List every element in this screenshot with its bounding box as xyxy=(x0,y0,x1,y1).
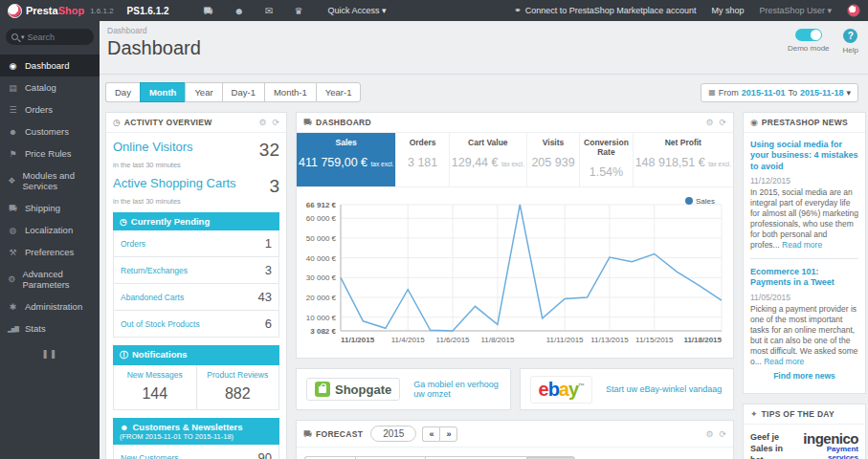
svg-text:66 912 €: 66 912 € xyxy=(306,201,337,209)
read-more-link[interactable]: Read more xyxy=(782,240,822,250)
gear-icon[interactable]: ⚙ xyxy=(705,118,713,127)
shop-tag: PS1.6.1.2 xyxy=(127,6,169,16)
forecast-panel: ⛟ FORECAST 2015 « » ⚙⟳ Traffic Conversi xyxy=(296,420,734,459)
topbar: PrestaShop 1.6.1.2 PS1.6.1.2 ⛟ ☻ ✉ ♛ Qui… xyxy=(0,0,868,21)
filter-day-1-button[interactable]: Day-1 xyxy=(222,82,264,102)
sidebar-item-dashboard[interactable]: ◉Dashboard xyxy=(0,55,100,76)
sidebar-item-preferences[interactable]: ⚒Preferences xyxy=(0,241,100,263)
info-icon: ⓘ xyxy=(120,350,128,360)
brand-shop: Shop xyxy=(58,5,85,16)
customers-newsletters-header: ☻Customers & Newsletters(FROM 2015-11-01… xyxy=(113,418,279,445)
pending-row-out-of-stock[interactable]: Out of Stock Products6 xyxy=(114,311,278,337)
pending-row-returns[interactable]: Return/Exchanges3 xyxy=(114,257,278,284)
shopgate-banner[interactable]: Shopgate Ga mobiel en verhoog uw omzet xyxy=(296,368,511,410)
marketplace-connect-link[interactable]: ⚭Connect to PrestaShop Marketplace accou… xyxy=(514,6,696,15)
mail-icon[interactable]: ✉ xyxy=(265,6,273,16)
gear-icon[interactable]: ⚙ xyxy=(705,429,713,439)
news-article-title[interactable]: Using social media for your business: 4 … xyxy=(750,140,858,172)
pending-row-orders[interactable]: Orders1 xyxy=(114,230,278,257)
kpi-conversion-rate[interactable]: Conversion Rate 1.54% xyxy=(580,133,633,186)
gear-icon[interactable]: ⚙ xyxy=(258,118,266,127)
sidebar-item-shipping[interactable]: ⛟Shipping xyxy=(0,197,100,219)
search-scope-caret-icon[interactable]: ▾ xyxy=(21,33,25,41)
svg-text:20 000 €: 20 000 € xyxy=(306,294,337,302)
online-visitors-sub: in the last 30 minutes xyxy=(113,161,279,169)
tips-panel-title: TIPS OF THE DAY xyxy=(762,409,835,419)
filter-day-button[interactable]: Day xyxy=(105,82,140,102)
refresh-icon[interactable]: ⟳ xyxy=(719,118,726,127)
page-title: Dashboard xyxy=(107,37,857,59)
date-range-picker[interactable]: ▦ From 2015-11-01 To 2015-11-18 ▾ xyxy=(701,83,858,102)
help-control: ? Help xyxy=(843,29,858,55)
active-carts-link[interactable]: Active Shopping Carts xyxy=(113,176,236,190)
preferences-icon: ⚒ xyxy=(8,248,18,257)
sidebar-collapse-button[interactable]: ❚❚ xyxy=(0,349,100,359)
my-shop-link[interactable]: My shop xyxy=(711,6,744,15)
sidebar-item-modules[interactable]: ❖Modules and Services xyxy=(0,164,100,197)
kpi-visits[interactable]: Visits 205 939 xyxy=(527,133,580,186)
search-input[interactable] xyxy=(28,33,83,42)
online-visitors-link[interactable]: Online Visitors xyxy=(113,140,193,154)
filter-year-1-button[interactable]: Year-1 xyxy=(316,82,362,102)
ebay-banner[interactable]: ebay™ Start uw eBay-winkel vandaag xyxy=(520,368,735,410)
svg-text:11/1/2015: 11/1/2015 xyxy=(341,336,375,344)
find-more-news-link[interactable]: Find more news xyxy=(750,367,858,386)
svg-text:50 000 €: 50 000 € xyxy=(306,234,337,243)
date-to: 2015-11-18 xyxy=(800,88,844,98)
filter-month-button[interactable]: Month xyxy=(140,82,186,102)
new-messages-cell[interactable]: New Messages 144 xyxy=(114,365,196,409)
pending-row-abandoned-carts[interactable]: Abandoned Carts43 xyxy=(114,284,278,311)
tips-of-the-day-panel: ✦ TIPS OF THE DAY ingenico Payment servi… xyxy=(743,404,866,459)
forecast-year[interactable]: 2015 xyxy=(370,426,416,442)
breadcrumb[interactable]: Dashboard xyxy=(107,26,857,35)
forecast-next-button[interactable]: » xyxy=(439,426,457,442)
customers-row-new[interactable]: New Customers90 xyxy=(114,445,278,459)
ebay-link[interactable]: Start uw eBay-winkel vandaag xyxy=(606,384,722,394)
refresh-icon[interactable]: ⟳ xyxy=(272,118,279,127)
customers-range: (FROM 2015-11-01 TO 2015-11-18) xyxy=(120,432,273,441)
refresh-icon[interactable]: ⟳ xyxy=(719,429,726,439)
sidebar-item-price-rules[interactable]: ⚑Price Rules xyxy=(0,142,100,164)
news-article-title[interactable]: Ecommerce 101: Payments in a Tweet xyxy=(750,267,858,289)
brand-version: 1.6.1.2 xyxy=(90,7,113,15)
news-article-body: In 2015, social media are an integral pa… xyxy=(750,187,858,251)
sidebar-item-administration[interactable]: ✱Administration xyxy=(0,295,100,317)
shopgate-link[interactable]: Ga mobiel en verhoog uw omzet xyxy=(413,380,500,399)
dashboard-icon: ◉ xyxy=(8,61,18,71)
sidebar-search[interactable]: ▾ xyxy=(6,29,94,45)
kpi-cart-value[interactable]: Cart Value 129,44 € tax excl. xyxy=(450,133,527,186)
sidebar-item-catalog[interactable]: ▤Catalog xyxy=(0,76,100,98)
quick-access-menu[interactable]: Quick Access ▾ xyxy=(327,6,386,15)
svg-text:10 000 €: 10 000 € xyxy=(306,314,337,322)
sidebar-item-orders[interactable]: ☰Orders xyxy=(0,98,100,120)
svg-text:11/6/2015: 11/6/2015 xyxy=(436,336,471,344)
kpi-sales[interactable]: Sales 411 759,00 € tax excl. xyxy=(297,133,396,186)
search-icon xyxy=(11,33,18,40)
lightbulb-icon: ✦ xyxy=(750,409,758,419)
prestashop-logo[interactable]: PrestaShop 1.6.1.2 PS1.6.1.2 xyxy=(0,4,177,18)
trophy-icon[interactable]: ♛ xyxy=(294,6,302,16)
user-avatar[interactable] xyxy=(847,4,860,17)
demo-mode-toggle[interactable] xyxy=(795,29,822,41)
read-more-link[interactable]: Read more xyxy=(764,357,804,366)
sidebar-item-advanced-parameters[interactable]: ⚙Advanced Parameters xyxy=(0,263,100,295)
stats-icon: ▂▅▇ xyxy=(8,325,18,332)
currently-pending-header: ◷Currently Pending xyxy=(113,212,279,230)
date-from: 2015-11-01 xyxy=(742,88,786,98)
customer-icon[interactable]: ☻ xyxy=(234,6,245,16)
forecast-prev-button[interactable]: « xyxy=(422,426,439,442)
sidebar-item-localization[interactable]: ◍Localization xyxy=(0,219,100,241)
sidebar-item-stats[interactable]: ▂▅▇Stats xyxy=(0,317,100,339)
kpi-orders[interactable]: Orders 3 181 xyxy=(396,133,449,186)
demo-mode-control: Demo mode xyxy=(788,29,830,53)
activity-panel-title: ACTIVITY OVERVIEW xyxy=(124,118,212,127)
filter-year-button[interactable]: Year xyxy=(185,82,221,102)
sidebar-item-customers[interactable]: ☻Customers xyxy=(0,120,100,142)
help-icon[interactable]: ? xyxy=(843,29,857,43)
cart-icon[interactable]: ⛟ xyxy=(204,6,213,16)
product-reviews-cell[interactable]: Product Reviews 882 xyxy=(196,365,279,409)
svg-text:11/11/2015: 11/11/2015 xyxy=(546,336,584,344)
filter-month-1-button[interactable]: Month-1 xyxy=(264,82,316,102)
kpi-net-profit[interactable]: Net Profit 148 918,51 € tax excl. xyxy=(634,133,733,186)
user-menu[interactable]: PrestaShop User ▾ xyxy=(759,6,832,15)
